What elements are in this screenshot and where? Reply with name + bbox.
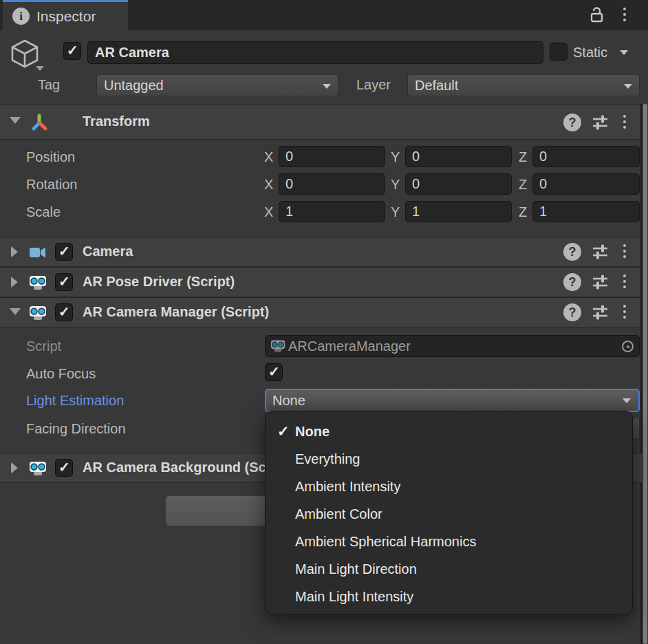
- camera-foldout-arrow[interactable]: [11, 246, 18, 257]
- tab-title: Inspector: [36, 8, 96, 25]
- transform-header[interactable]: Transform ?: [0, 105, 642, 140]
- inspector-panel: i Inspector Static Tag Untagged Layer De…: [0, 0, 648, 644]
- chevron-down-icon: [323, 84, 331, 89]
- ar-goggles-icon: [29, 304, 47, 322]
- help-icon[interactable]: ?: [563, 243, 581, 261]
- axis-y-label: Y: [391, 149, 400, 165]
- menu-item-ambient-color[interactable]: Ambient Color: [266, 500, 632, 528]
- chevron-down-icon: [624, 84, 632, 89]
- help-icon[interactable]: ?: [563, 114, 581, 131]
- scale-y-field[interactable]: [405, 201, 512, 222]
- static-label: Static: [573, 45, 607, 61]
- rotation-y-field[interactable]: [405, 173, 512, 195]
- light-estimation-label: Light Estimation: [26, 393, 124, 409]
- transform-foldout-arrow[interactable]: [10, 117, 21, 124]
- unlock-icon[interactable]: [589, 6, 605, 24]
- check-icon: ✓: [277, 423, 294, 440]
- camera-kebab-icon[interactable]: [623, 244, 626, 261]
- ar-camera-background-enabled-checkbox[interactable]: [55, 459, 73, 477]
- tag-value: Untagged: [104, 78, 164, 93]
- layer-value: Default: [415, 78, 458, 93]
- scrollbar-thumb[interactable]: [643, 104, 647, 644]
- position-z-field[interactable]: [532, 146, 640, 167]
- ar-camera-manager-title: AR Camera Manager (Script): [83, 304, 269, 320]
- auto-focus-checkbox[interactable]: [265, 363, 283, 381]
- transform-icon: [30, 113, 47, 131]
- gameobject-cube-icon[interactable]: [8, 37, 41, 70]
- tab-bar: i Inspector: [0, 0, 648, 30]
- presets-icon[interactable]: [592, 274, 609, 292]
- axis-y-label: Y: [391, 177, 400, 193]
- scale-z-field[interactable]: [532, 201, 640, 222]
- rotation-x-field[interactable]: [279, 173, 385, 195]
- ar-pose-driver-foldout-arrow[interactable]: [11, 277, 18, 288]
- ar-goggles-icon: [270, 339, 285, 354]
- gameobject-icon-dropdown-arrow[interactable]: [36, 66, 44, 71]
- facing-direction-label: Facing Direction: [26, 421, 126, 437]
- ar-pose-driver-title: AR Pose Driver (Script): [83, 274, 235, 290]
- script-object-field[interactable]: ARCameraManager: [265, 335, 640, 357]
- static-dropdown-arrow[interactable]: [620, 50, 628, 55]
- tag-label: Tag: [38, 77, 60, 93]
- ar-pose-driver-kebab-icon[interactable]: [623, 275, 626, 291]
- script-value: ARCameraManager: [288, 339, 411, 354]
- tab-inspector[interactable]: i Inspector: [3, 0, 128, 30]
- auto-focus-label: Auto Focus: [26, 366, 96, 382]
- info-icon: i: [12, 8, 30, 25]
- ar-pose-driver-header[interactable]: AR Pose Driver (Script) ?: [0, 267, 642, 297]
- light-estimation-value: None: [272, 393, 305, 408]
- menu-item-ambient-intensity[interactable]: Ambient Intensity: [266, 473, 632, 500]
- ar-camera-manager-enabled-checkbox[interactable]: [55, 303, 73, 321]
- presets-icon[interactable]: [592, 114, 609, 132]
- menu-item-main-light-direction[interactable]: Main Light Direction: [266, 555, 632, 583]
- menu-item-main-light-intensity[interactable]: Main Light Intensity: [266, 583, 632, 610]
- gameobject-active-checkbox[interactable]: [63, 42, 81, 60]
- camera-title: Camera: [83, 244, 133, 259]
- ar-camera-manager-kebab-icon[interactable]: [623, 305, 626, 321]
- script-label: Script: [26, 339, 61, 354]
- ar-camera-manager-foldout-arrow[interactable]: [10, 308, 21, 315]
- axis-x-label: X: [264, 177, 273, 193]
- light-estimation-dropdown[interactable]: None: [265, 389, 640, 412]
- layer-dropdown[interactable]: Default: [407, 74, 640, 96]
- light-estimation-menu: ✓ None Everything Ambient Intensity Ambi…: [265, 411, 633, 614]
- axis-x-label: X: [264, 204, 273, 220]
- ar-camera-manager-header[interactable]: AR Camera Manager (Script) ?: [0, 297, 642, 328]
- position-y-field[interactable]: [405, 146, 512, 167]
- ar-camera-background-foldout-arrow[interactable]: [11, 462, 18, 473]
- object-picker-icon[interactable]: [622, 341, 634, 352]
- layer-label: Layer: [356, 77, 391, 93]
- help-icon[interactable]: ?: [563, 303, 581, 321]
- camera-enabled-checkbox[interactable]: [55, 243, 73, 261]
- ar-goggles-icon: [29, 274, 47, 292]
- gameobject-name-input[interactable]: [87, 41, 543, 64]
- help-icon[interactable]: ?: [563, 273, 581, 291]
- rotation-label: Rotation: [26, 177, 78, 193]
- position-x-field[interactable]: [279, 146, 385, 167]
- position-label: Position: [26, 149, 75, 165]
- scale-x-field[interactable]: [279, 201, 385, 222]
- presets-icon[interactable]: [592, 244, 609, 261]
- transform-kebab-icon[interactable]: [623, 115, 626, 131]
- tag-dropdown[interactable]: Untagged: [96, 74, 338, 96]
- menu-item-everything[interactable]: Everything: [266, 445, 632, 473]
- chevron-down-icon: [623, 398, 631, 403]
- panel-menu-kebab-icon[interactable]: [623, 8, 626, 24]
- ar-goggles-icon: [29, 460, 47, 477]
- scrollbar-track: [640, 104, 642, 644]
- camera-icon: [29, 244, 47, 261]
- static-checkbox[interactable]: [550, 43, 568, 61]
- transform-title: Transform: [83, 114, 150, 129]
- ar-pose-driver-enabled-checkbox[interactable]: [55, 273, 73, 291]
- presets-icon[interactable]: [592, 304, 609, 322]
- menu-item-none[interactable]: ✓ None: [266, 418, 632, 445]
- scale-label: Scale: [26, 204, 61, 220]
- camera-component-header[interactable]: Camera ?: [0, 237, 642, 267]
- ar-camera-background-title: AR Camera Background (Script): [83, 460, 293, 475]
- axis-z-label: Z: [519, 177, 527, 193]
- axis-y-label: Y: [391, 204, 400, 220]
- axis-z-label: Z: [519, 204, 527, 220]
- rotation-z-field[interactable]: [532, 173, 640, 195]
- menu-item-ambient-spherical-harmonics[interactable]: Ambient Spherical Harmonics: [266, 528, 632, 555]
- axis-z-label: Z: [519, 149, 527, 165]
